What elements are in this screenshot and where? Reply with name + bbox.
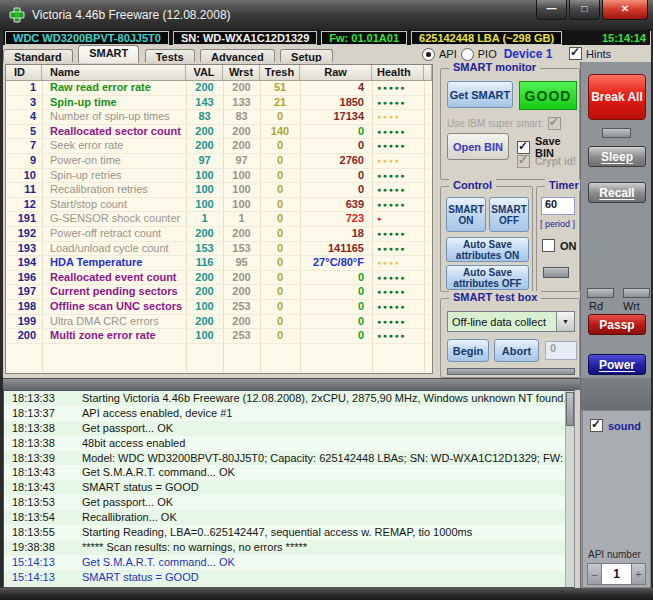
smart-on-button[interactable]: SMART ON	[446, 197, 486, 232]
attr-val: 100	[186, 169, 223, 183]
log-scrollbar[interactable]	[565, 391, 574, 587]
attr-name: Number of spin-up times	[42, 110, 186, 124]
smart-attribute-row[interactable]: 3 Spin-up time 143 133 21 1850 ●●●●●	[6, 96, 432, 111]
autosave-off-button[interactable]: Auto Save attributes OFF	[446, 265, 529, 290]
smart-attribute-row[interactable]: 10 Spin-up retries 100 100 0 0 ●●●●●	[6, 169, 432, 184]
close-button[interactable]: ✕	[602, 0, 648, 20]
log-entry-text: Starting Reading, LBA=0..625142447, sequ…	[82, 526, 472, 538]
smart-attribute-row[interactable]: 191 G-SENSOR shock counter 1 1 0 723 ●	[6, 212, 432, 227]
hints-checkbox[interactable]	[569, 47, 582, 60]
window-bottom-frame	[0, 588, 653, 600]
attr-name: Start/stop count	[42, 198, 186, 212]
smart-attribute-row[interactable]: 7 Seek error rate 200 200 0 0 ●●●●●	[6, 139, 432, 154]
api-number-label: API number	[588, 549, 641, 560]
tab-bar: Standard SMART Tests Advanced Setup API …	[3, 45, 650, 63]
timer-period-input[interactable]: 60	[541, 197, 575, 215]
chevron-down-icon[interactable]: ▼	[556, 312, 574, 331]
attr-name: Recalibration retries	[42, 183, 186, 197]
sleep-button[interactable]: Sleep	[588, 146, 646, 167]
api-number-value: 1	[602, 563, 631, 585]
maximize-button[interactable]: □	[569, 0, 600, 20]
attr-worst: 200	[223, 271, 260, 285]
power-button[interactable]: Power	[588, 354, 646, 375]
smart-attribute-row[interactable]: 192 Power-off retract count 200 200 0 18…	[6, 227, 432, 242]
log-entry: 18:13:39Model: WDC WD3200BPVT-80JJ5T0; C…	[4, 451, 574, 466]
log-scrollbar-thumb[interactable]	[566, 392, 574, 426]
api-number-increment-button[interactable]: +	[631, 563, 646, 585]
attr-worst: 253	[223, 300, 260, 314]
smart-attributes-table: ID Name VAL Wrst Tresh Raw Health 1 Raw …	[5, 64, 433, 374]
attr-raw: 723	[300, 212, 372, 226]
api-radio[interactable]	[422, 48, 435, 61]
write-led-label: Wrt	[623, 300, 640, 312]
sound-checkbox[interactable]	[590, 419, 603, 432]
attr-id: 11	[6, 183, 42, 197]
break-all-button[interactable]: Break All	[588, 74, 646, 120]
timer-group: Timer 60 [ period ] ON	[536, 186, 580, 292]
log-entry-time: 15:14:13	[12, 570, 68, 585]
open-bin-button[interactable]: Open BIN	[447, 133, 509, 160]
test-type-dropdown[interactable]: Off-line data collect ▼	[447, 311, 575, 332]
smart-attribute-row[interactable]: 194 HDA Temperature 116 95 0 27°C/80°F ●…	[6, 256, 432, 271]
victoria-window: Victoria 4.46b Freeware (12.08.2008) — □…	[0, 0, 653, 600]
smart-attribute-row[interactable]: 12 Start/stop count 100 100 0 639 ●●●●●	[6, 198, 432, 213]
smart-attribute-row[interactable]: 9 Power-on time 97 97 0 2760 ●●●●	[6, 154, 432, 169]
smart-attribute-row[interactable]: 199 Ultra DMA CRC errors 200 200 0 0 ●●●…	[6, 315, 432, 330]
attr-id: 198	[6, 300, 42, 314]
log-entries: 18:13:33Starting Victoria 4.46b Freeware…	[4, 391, 574, 585]
drive-firmware: Fw: 01.01A01	[321, 31, 407, 45]
abort-button[interactable]: Abort	[494, 339, 539, 362]
attr-val: 116	[186, 256, 223, 270]
attr-id: 200	[6, 329, 42, 343]
col-header-health[interactable]: Health	[372, 65, 424, 80]
title-bar[interactable]: Victoria 4.46b Freeware (12.08.2008) — □…	[0, 0, 653, 31]
col-header-val[interactable]: VAL	[186, 65, 223, 80]
minimize-button[interactable]: —	[536, 0, 567, 20]
autosave-on-button[interactable]: Auto Save attributes ON	[446, 237, 529, 262]
col-header-tresh[interactable]: Tresh	[260, 65, 300, 80]
col-header-id[interactable]: ID	[6, 65, 42, 80]
attr-health-dots: ●●●●●	[372, 125, 424, 139]
api-number-stepper: – 1 +	[587, 563, 646, 585]
api-number-decrement-button[interactable]: –	[587, 563, 602, 585]
begin-button[interactable]: Begin	[447, 339, 489, 362]
smart-off-button[interactable]: SMART OFF	[489, 197, 529, 232]
smart-attribute-row[interactable]: 200 Multi zone error rate 100 253 0 0 ●●…	[6, 329, 432, 344]
tab-smart[interactable]: SMART	[78, 45, 139, 63]
attr-worst: 200	[223, 81, 260, 95]
attr-threshold: 0	[260, 271, 300, 285]
log-entry: 18:13:55Starting Reading, LBA=0..6251424…	[4, 525, 574, 540]
smart-attribute-row[interactable]: 11 Recalibration retries 100 100 0 0 ●●●…	[6, 183, 432, 198]
smart-attribute-row[interactable]: 1 Raw read error rate 200 200 51 4 ●●●●●	[6, 81, 432, 96]
col-header-raw[interactable]: Raw	[300, 65, 372, 80]
col-header-name[interactable]: Name	[42, 65, 186, 80]
passp-button[interactable]: Passp	[588, 314, 646, 335]
smart-attribute-row[interactable]: 198 Offline scan UNC sectors 100 253 0 0…	[6, 300, 432, 315]
pio-radio[interactable]	[461, 48, 474, 61]
smart-attribute-row[interactable]: 193 Load/unload cycle count 153 153 0 14…	[6, 242, 432, 257]
attr-worst: 97	[223, 154, 260, 168]
col-header-wrst[interactable]: Wrst	[223, 65, 260, 80]
control-title: Control	[449, 179, 496, 191]
attr-health-dots: ●●●●	[372, 154, 424, 168]
attr-name: Power-on time	[42, 154, 186, 168]
attr-val: 100	[186, 329, 223, 343]
attr-val: 200	[186, 315, 223, 329]
get-smart-button[interactable]: Get SMART	[447, 81, 513, 108]
smart-attribute-row[interactable]: 197 Current pending sectors 200 200 0 0 …	[6, 285, 432, 300]
timer-on-checkbox[interactable]	[542, 239, 555, 252]
log-entry: 18:13:43SMART status = GOOD	[4, 480, 574, 495]
attr-id: 197	[6, 285, 42, 299]
save-bin-checkbox[interactable]	[517, 141, 530, 154]
smart-attribute-row[interactable]: 196 Reallocated event count 200 200 0 0 …	[6, 271, 432, 286]
smart-attribute-row[interactable]: 4 Number of spin-up times 83 83 0 17134 …	[6, 110, 432, 125]
attr-threshold: 0	[260, 154, 300, 168]
col-header-extra	[424, 65, 432, 80]
attr-raw: 0	[300, 183, 372, 197]
recall-button[interactable]: Recall	[588, 182, 646, 203]
smart-attribute-row[interactable]: 5 Reallocated sector count 200 200 140 0…	[6, 125, 432, 140]
log-entry: 18:13:54Recallibration... OK	[4, 510, 574, 525]
attr-threshold: 0	[260, 256, 300, 270]
attr-raw: 0	[300, 300, 372, 314]
drive-serial: SN: WD-WXA1C12D1329	[173, 31, 317, 45]
